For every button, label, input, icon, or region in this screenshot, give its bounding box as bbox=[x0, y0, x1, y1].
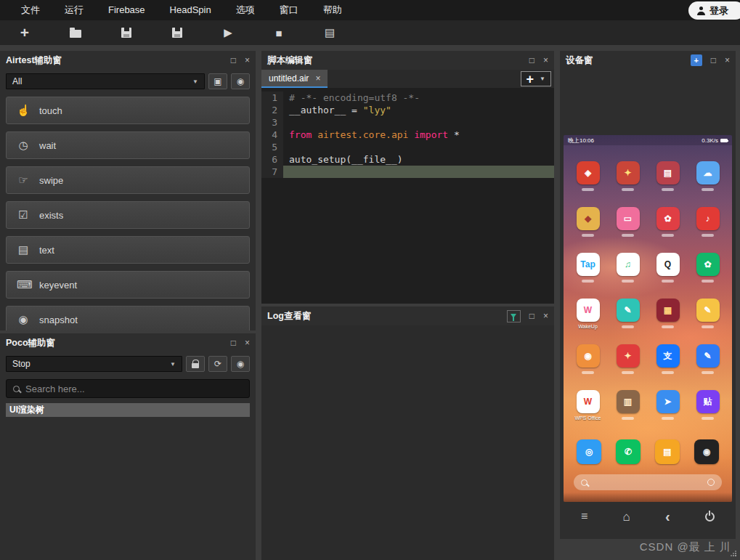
app-icon[interactable]: W WakeUp bbox=[568, 299, 608, 344]
app-icon[interactable]: ▭ bbox=[608, 207, 648, 253]
float-window-icon[interactable]: □ bbox=[231, 338, 236, 347]
app-icon[interactable]: Q bbox=[648, 253, 688, 299]
app-label bbox=[622, 187, 634, 192]
code-line[interactable]: 6auto_setup(__file__) bbox=[261, 153, 554, 166]
app-icon[interactable]: ✿ bbox=[648, 207, 688, 253]
app-icon[interactable]: 贴 bbox=[688, 390, 728, 436]
airtest-action-button[interactable]: ⌨ keyevent bbox=[6, 271, 250, 299]
menu-item[interactable]: 文件 bbox=[9, 0, 52, 20]
app-icon[interactable]: ✎ bbox=[688, 299, 728, 344]
menu-item[interactable]: HeadSpin bbox=[158, 0, 224, 20]
menu-item[interactable]: Firebase bbox=[96, 0, 158, 20]
insert-screenshot-button[interactable]: ▣ bbox=[208, 73, 227, 89]
log-filter-button[interactable] bbox=[507, 310, 521, 322]
search-input[interactable] bbox=[25, 384, 243, 394]
airtest-action-button[interactable]: ☞ swipe bbox=[6, 166, 250, 194]
stop-script-icon[interactable]: ■ bbox=[272, 25, 286, 40]
tab-close-icon[interactable]: × bbox=[315, 73, 320, 84]
app-glyph: ◈ bbox=[585, 168, 591, 178]
lock-button[interactable] bbox=[186, 356, 205, 372]
ui-tree-header[interactable]: UI渲染树 bbox=[6, 403, 250, 417]
airtest-action-button[interactable]: ◷ wait bbox=[6, 131, 250, 159]
menu-item[interactable]: 帮助 bbox=[311, 0, 354, 20]
tab-menu-icon[interactable]: ▼ bbox=[540, 76, 545, 82]
app-icon[interactable]: ◉ bbox=[568, 344, 608, 390]
airtest-action-button[interactable]: ▤ text bbox=[6, 236, 250, 264]
app-icon[interactable]: ✿ bbox=[688, 253, 728, 299]
app-label bbox=[662, 370, 674, 376]
dock-app-icon[interactable]: ▤ bbox=[655, 439, 680, 464]
app-label bbox=[582, 370, 594, 376]
app-icon[interactable]: ➤ bbox=[648, 390, 688, 436]
api-filter-dropdown[interactable]: All ▼ bbox=[6, 73, 205, 89]
home-key-icon[interactable]: ⌂ bbox=[623, 511, 630, 523]
airtest-action-button[interactable]: ☑ exists bbox=[6, 201, 250, 229]
close-panel-icon[interactable]: × bbox=[543, 56, 548, 65]
code-line[interactable]: 1# -*- encoding=utf8 -*- bbox=[261, 92, 554, 104]
poco-mode-dropdown[interactable]: Stop ▼ bbox=[6, 356, 182, 372]
app-icon[interactable]: ▦ bbox=[648, 299, 688, 344]
float-window-icon[interactable]: □ bbox=[529, 56, 534, 65]
tab-untitled-air[interactable]: untitled.air × bbox=[261, 70, 328, 88]
airtest-action-button[interactable]: ◉ snapshot bbox=[6, 306, 250, 330]
save-as-icon[interactable] bbox=[170, 25, 184, 40]
log-body[interactable] bbox=[261, 325, 554, 560]
app-icon[interactable]: ▥ bbox=[608, 390, 648, 436]
code-line[interactable]: 2__author__ = "lyy" bbox=[261, 104, 554, 116]
code-line[interactable]: 7 bbox=[261, 166, 554, 178]
code-line[interactable]: 4from airtest.core.api import * bbox=[261, 129, 554, 141]
app-icon[interactable]: ✎ bbox=[608, 299, 648, 344]
dock-app-icon[interactable]: ✆ bbox=[616, 439, 641, 464]
app-icon[interactable]: ▤ bbox=[648, 161, 688, 207]
float-window-icon[interactable]: □ bbox=[529, 312, 534, 320]
camera-icon: ◉ bbox=[237, 359, 244, 369]
view-report-icon[interactable]: ▤ bbox=[322, 25, 337, 40]
poco-snapshot-button[interactable]: ◉ bbox=[231, 356, 250, 372]
code-line[interactable]: 3 bbox=[261, 116, 554, 129]
app-icon[interactable]: Tap bbox=[568, 253, 608, 299]
app-icon[interactable]: ◆ bbox=[568, 207, 608, 253]
close-panel-icon[interactable]: × bbox=[725, 56, 730, 65]
record-button[interactable]: ◉ bbox=[231, 73, 250, 89]
open-file-icon[interactable] bbox=[68, 25, 83, 40]
device-screen[interactable]: 晚上10:06 0.3K/s ◈ bbox=[564, 135, 732, 502]
poco-search-box[interactable] bbox=[6, 379, 250, 398]
save-icon[interactable] bbox=[119, 25, 134, 40]
power-key-icon[interactable] bbox=[705, 512, 715, 522]
device-panel: 设备窗 + □ × 晚上10:06 0.3K/s ◈ bbox=[560, 51, 736, 539]
phone-search-bar[interactable] bbox=[574, 474, 722, 490]
close-panel-icon[interactable]: × bbox=[543, 312, 548, 320]
close-panel-icon[interactable]: × bbox=[245, 338, 250, 347]
app-icon[interactable]: ✦ bbox=[608, 344, 648, 390]
float-window-icon[interactable]: □ bbox=[231, 56, 236, 65]
login-button[interactable]: 登录 bbox=[688, 1, 740, 20]
new-script-icon[interactable]: + bbox=[17, 25, 32, 40]
menu-item[interactable]: 窗口 bbox=[267, 0, 311, 20]
float-window-icon[interactable]: □ bbox=[711, 56, 716, 65]
dock-app-icon[interactable]: ◎ bbox=[577, 439, 601, 464]
run-script-icon[interactable]: ▶ bbox=[221, 25, 235, 40]
ui-tree-body[interactable] bbox=[0, 418, 256, 560]
device-snapshot-button[interactable]: + bbox=[691, 54, 702, 66]
app-glyph: Q bbox=[664, 259, 671, 269]
close-panel-icon[interactable]: × bbox=[245, 56, 250, 65]
new-tab-icon[interactable]: + bbox=[526, 73, 534, 86]
code-line[interactable]: 5 bbox=[261, 141, 554, 153]
menu-item[interactable]: 运行 bbox=[52, 0, 96, 20]
app-icon[interactable]: ✎ bbox=[688, 344, 728, 390]
code-editor[interactable]: 1# -*- encoding=utf8 -*-2__author__ = "l… bbox=[261, 88, 554, 304]
app-icon[interactable]: ♪ bbox=[688, 207, 728, 253]
airtest-action-button[interactable]: ☝ touch bbox=[6, 97, 250, 124]
app-icon[interactable]: ◈ bbox=[568, 161, 608, 207]
app-icon[interactable]: ✦ bbox=[608, 161, 648, 207]
menu-item[interactable]: 选项 bbox=[224, 0, 267, 20]
back-key-icon[interactable]: ‹ bbox=[665, 509, 670, 524]
app-icon[interactable]: W WPS Office bbox=[568, 390, 608, 436]
menu-key-icon[interactable]: ≡ bbox=[581, 511, 587, 522]
dock-app-icon[interactable]: ◉ bbox=[694, 439, 719, 464]
app-icon[interactable]: ☁ bbox=[688, 161, 728, 207]
app-icon[interactable]: ♫ bbox=[608, 253, 648, 299]
refresh-button[interactable]: ⟳ bbox=[208, 356, 227, 372]
resize-grip-icon[interactable] bbox=[735, 555, 736, 556]
app-icon[interactable]: 支 bbox=[648, 344, 688, 390]
